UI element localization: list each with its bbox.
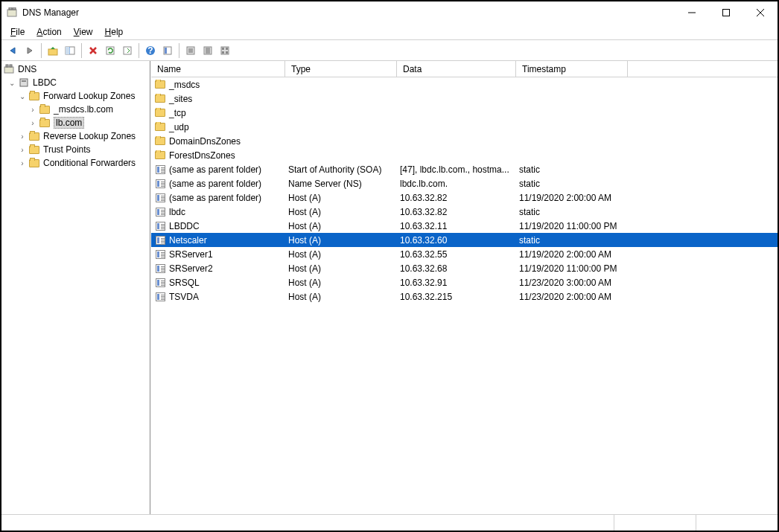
tree-label: Forward Lookup Zones (43, 91, 135, 101)
tree-label: LBDC (33, 77, 57, 88)
dns-icon (3, 64, 15, 74)
list-button-2[interactable] (200, 42, 216, 59)
export-button[interactable] (119, 42, 136, 59)
row-type: Host (A) (285, 292, 397, 302)
list-row[interactable]: (same as parent folder)Name Server (NS)l… (151, 176, 778, 190)
expand-icon[interactable]: › (18, 132, 27, 141)
help-button[interactable]: ? (142, 42, 159, 59)
show-hide-button[interactable] (62, 42, 78, 59)
list-row[interactable]: DomainDnsZones (151, 134, 778, 148)
record-icon (154, 263, 166, 274)
up-button[interactable] (45, 42, 61, 59)
row-type: Host (A) (285, 221, 397, 231)
row-timestamp: 11/19/2020 11:00:00 PM (516, 221, 665, 231)
refresh-button[interactable] (102, 42, 118, 59)
close-button[interactable] (743, 2, 778, 23)
folder-icon (154, 136, 166, 147)
list-row[interactable]: SRServer2Host (A)10.63.32.6811/19/2020 1… (151, 261, 778, 275)
folder-icon (39, 104, 51, 115)
delete-button[interactable] (85, 42, 101, 59)
expand-icon[interactable]: › (18, 146, 27, 154)
list-row[interactable]: TSVDAHost (A)10.63.32.21511/23/2020 2:00… (151, 289, 778, 304)
tree-flz[interactable]: ⌄ Forward Lookup Zones (1, 89, 150, 103)
tree-pane[interactable]: DNS ⌄ LBDC ⌄ Forward Lookup Zones › _msd… (1, 61, 150, 514)
list-row[interactable]: lbdcHost (A)10.63.32.82static (151, 205, 778, 219)
col-data[interactable]: Data (397, 61, 516, 77)
collapse-icon[interactable]: ⌄ (7, 79, 16, 87)
tree-zone-lbcom[interactable]: › lb.com (1, 116, 150, 129)
menu-action[interactable]: Action (31, 25, 67, 39)
list-row[interactable]: _sites (151, 92, 778, 106)
row-data: lbdc.lb.com. (397, 179, 516, 189)
row-timestamp: static (516, 179, 665, 189)
forward-button[interactable] (22, 42, 38, 59)
list-row[interactable]: _udp (151, 120, 778, 134)
menu-help[interactable]: Help (99, 25, 130, 39)
row-type: Start of Authority (SOA) (285, 164, 397, 175)
row-timestamp: 11/19/2020 11:00:00 PM (516, 263, 665, 274)
list-row[interactable]: _msdcs (151, 77, 778, 92)
list-pane: Name Type Data Timestamp _msdcs_sites_tc… (150, 61, 778, 514)
svg-rect-30 (226, 51, 228, 54)
row-name: _sites (169, 94, 192, 104)
folder-icon (154, 122, 166, 132)
row-name: (same as parent folder) (169, 164, 261, 175)
svg-rect-29 (222, 51, 224, 54)
list-row[interactable]: SRSQLHost (A)10.63.32.9111/23/2020 3:00:… (151, 275, 778, 289)
svg-rect-28 (226, 48, 228, 50)
row-type: Host (A) (285, 263, 397, 274)
record-icon (154, 164, 166, 175)
menu-file[interactable]: File (4, 25, 31, 39)
maximize-button[interactable] (709, 2, 743, 23)
row-type: Host (A) (285, 249, 397, 260)
list-row[interactable]: LBDDCHost (A)10.63.32.1111/19/2020 11:00… (151, 219, 778, 233)
tree-label: Conditional Forwarders (43, 158, 136, 168)
svg-rect-31 (4, 67, 13, 73)
tree-cf[interactable]: › Conditional Forwarders (1, 156, 150, 170)
folder-icon (28, 144, 40, 155)
record-icon (154, 207, 166, 217)
expand-icon[interactable]: › (18, 159, 27, 167)
toolbar: ? (1, 40, 778, 61)
row-data: 10.63.32.11 (397, 221, 516, 231)
back-button[interactable] (4, 42, 21, 59)
list-row[interactable]: (same as parent folder)Start of Authorit… (151, 162, 778, 176)
row-type: Host (A) (285, 235, 397, 246)
new-record-button[interactable] (159, 42, 176, 59)
svg-rect-33 (10, 65, 12, 67)
col-type[interactable]: Type (285, 61, 397, 77)
folder-icon (154, 94, 166, 104)
row-name: DomainDnsZones (169, 136, 241, 147)
menu-view[interactable]: View (68, 25, 99, 39)
tree-label: _msdcs.lb.com (54, 104, 113, 115)
expand-icon[interactable]: › (28, 119, 37, 127)
row-timestamp: 11/23/2020 2:00:00 AM (516, 292, 665, 302)
list-row[interactable]: SRServer1Host (A)10.63.32.5511/19/2020 2… (151, 247, 778, 261)
list-row[interactable]: _tcp (151, 106, 778, 120)
row-name: _msdcs (169, 80, 200, 90)
list-button-1[interactable] (182, 42, 199, 59)
record-icon (154, 179, 166, 189)
minimize-button[interactable] (675, 2, 709, 23)
col-name[interactable]: Name (151, 61, 285, 77)
list-row[interactable]: ForestDnsZones (151, 148, 778, 162)
tree-tp[interactable]: › Trust Points (1, 143, 150, 156)
tree-zone-msdcs[interactable]: › _msdcs.lb.com (1, 103, 150, 116)
list-row[interactable]: NetscalerHost (A)10.63.32.60static (151, 233, 778, 247)
title-text: DNS Manager (22, 7, 675, 18)
expand-icon[interactable]: › (28, 106, 37, 114)
col-timestamp[interactable]: Timestamp (516, 61, 628, 77)
tree-label: DNS (18, 64, 36, 74)
row-timestamp: static (516, 164, 665, 175)
collapse-icon[interactable]: ⌄ (18, 92, 27, 100)
svg-rect-7 (48, 49, 57, 55)
list-button-3[interactable] (217, 42, 233, 59)
tree-root-dns[interactable]: DNS (1, 63, 150, 76)
list-body[interactable]: _msdcs_sites_tcp_udpDomainDnsZonesForest… (151, 77, 778, 514)
folder-icon (28, 158, 40, 168)
row-data: 10.63.32.60 (397, 235, 516, 246)
tree-rlz[interactable]: › Reverse Lookup Zones (1, 129, 150, 143)
tree-server[interactable]: ⌄ LBDC (1, 76, 150, 89)
svg-rect-4 (723, 9, 730, 16)
list-row[interactable]: (same as parent folder)Host (A)10.63.32.… (151, 190, 778, 205)
